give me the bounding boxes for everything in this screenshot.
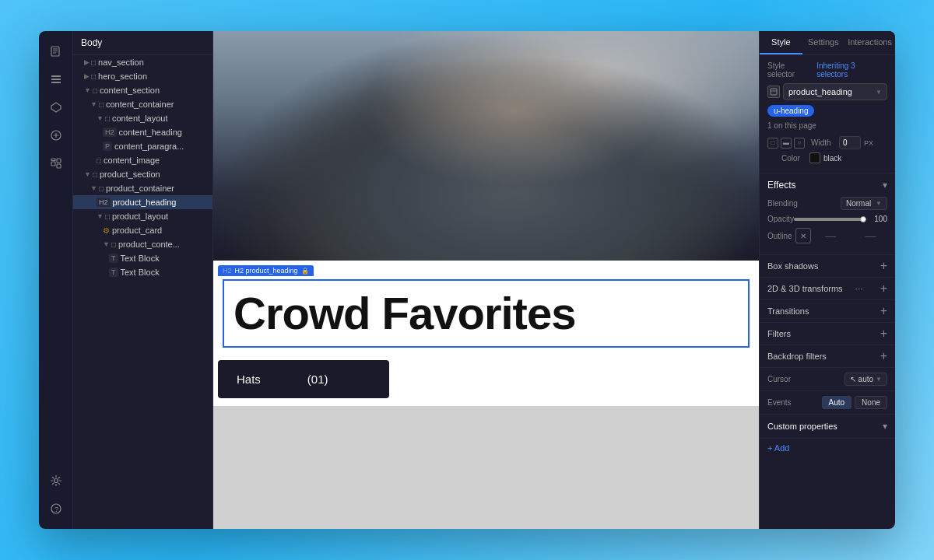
style-selector-value: product_heading	[788, 87, 852, 96]
tab-style[interactable]: Style	[760, 31, 802, 54]
transforms-row[interactable]: 2D & 3D transforms ··· +	[760, 278, 895, 300]
svg-point-15	[54, 479, 58, 483]
on-page-count: 1 on this page	[767, 121, 887, 130]
layer-item-product-heading[interactable]: H2 product_heading	[73, 195, 212, 209]
opacity-row: Opacity 100	[767, 215, 887, 223]
hats-button[interactable]: Hats (01)	[218, 360, 389, 398]
backdrop-filters-row[interactable]: Backdrop filters +	[760, 345, 895, 368]
toolbar-settings-icon[interactable]	[44, 468, 68, 493]
effects-section: Effects ▾ Blending Normal ▼ Opacity	[760, 173, 895, 255]
transitions-row[interactable]: Transitions +	[760, 300, 895, 323]
backdrop-filters-add-btn[interactable]: +	[880, 350, 887, 362]
layer-item-content-layout[interactable]: ▼ □ content_layout	[73, 111, 212, 125]
heading-element[interactable]: Crowd Favorites	[223, 279, 750, 348]
canvas-content-area: H2 H2 product_heading 🔒 Crowd Favorites …	[213, 261, 759, 406]
transforms-dots[interactable]: ···	[855, 283, 863, 294]
add-property-row[interactable]: + Add	[760, 439, 895, 457]
shape-icons-row: □ ▬ ○ Width PX	[767, 136, 887, 149]
layer-item-content-section[interactable]: ▼ □ content_section	[73, 83, 212, 97]
layer-item-product-layout[interactable]: ▼ □ product_layout	[73, 209, 212, 223]
u-heading-tag[interactable]: u-heading	[767, 105, 814, 117]
width-input[interactable]	[839, 136, 861, 149]
transitions-add-btn[interactable]: +	[880, 305, 887, 317]
svg-rect-18	[771, 89, 777, 95]
toolbar-pages-icon[interactable]	[44, 39, 68, 64]
hats-count: (01)	[307, 373, 328, 386]
color-label: Color	[781, 154, 806, 163]
layer-item-product-section[interactable]: ▼ □ product_section	[73, 167, 212, 181]
heading-text: Crowd Favorites	[234, 289, 739, 338]
color-row: □ Color black	[767, 152, 887, 163]
tab-settings[interactable]: Settings	[802, 31, 845, 54]
layer-item-product-conte[interactable]: ▼ □ product_conte...	[73, 237, 212, 251]
filters-label: Filters	[767, 329, 791, 338]
shape-circle-icon[interactable]: ○	[794, 138, 805, 149]
tab-interactions[interactable]: Interactions	[844, 31, 895, 54]
filters-add-btn[interactable]: +	[880, 327, 887, 340]
layer-panel-header: Body	[73, 31, 212, 55]
layer-item-product-card[interactable]: ⚙ product_card	[73, 223, 212, 237]
style-selector-row: product_heading ▼	[767, 83, 887, 100]
opacity-fill	[794, 218, 866, 221]
cursor-arrow: ▼	[876, 376, 882, 383]
canvas-hero-image	[213, 31, 759, 261]
custom-properties-toggle[interactable]: ▾	[883, 421, 887, 432]
box-shadows-label: Box shadows	[767, 261, 818, 271]
transforms-label: 2D & 3D transforms	[767, 284, 843, 293]
toolbar-assets-icon[interactable]	[44, 151, 68, 176]
layer-item-content-container[interactable]: ▼ □ content_container	[73, 97, 212, 111]
filters-row[interactable]: Filters +	[760, 323, 895, 345]
blending-value: Normal	[846, 199, 871, 208]
svg-text:?: ?	[54, 506, 58, 513]
toolbar-components-icon[interactable]	[44, 95, 68, 120]
shape-rect-icon[interactable]: ▬	[781, 138, 792, 149]
canvas-bg: H2 H2 product_heading 🔒 Crowd Favorites …	[213, 31, 759, 529]
cursor-dropdown[interactable]: ↖ auto ▼	[844, 373, 887, 386]
blending-dropdown[interactable]: Normal ▼	[841, 197, 887, 210]
transforms-add-btn[interactable]: +	[880, 282, 887, 295]
outline-label: Outline	[767, 232, 792, 240]
layer-item-content-image[interactable]: □ content_image	[73, 153, 212, 167]
layer-item-text-block-1[interactable]: T Text Block	[73, 251, 212, 265]
outline-dash-2: —	[854, 229, 887, 242]
events-none-btn[interactable]: None	[855, 396, 887, 409]
layer-item-content-heading[interactable]: H2 content_heading	[73, 125, 212, 139]
outline-remove-btn[interactable]: ✕	[795, 228, 811, 243]
cursor-row: Cursor ↖ auto ▼	[760, 368, 895, 391]
toolbar-help-icon[interactable]: ?	[44, 496, 68, 521]
toolbar-layers-icon[interactable]	[44, 67, 68, 92]
shape-square-icon[interactable]: □	[767, 138, 778, 149]
box-shadows-add-btn[interactable]: +	[880, 260, 887, 272]
layer-item-product-container[interactable]: ▼ □ product_container	[73, 181, 212, 195]
app-container: ? Body ▶ □ nav_section ▶ □ hero_section …	[39, 31, 895, 529]
layer-item-text-block-2[interactable]: T Text Block	[73, 265, 212, 279]
svg-rect-6	[51, 82, 61, 83]
shape-icons: □ ▬ ○	[767, 138, 805, 149]
blending-row: Blending Normal ▼	[767, 197, 887, 210]
style-selector-section: Style selector Inheriting 3 selectors pr…	[760, 55, 895, 173]
svg-rect-12	[57, 159, 61, 163]
backdrop-filters-label: Backdrop filters	[767, 352, 827, 361]
layer-item-hero-section[interactable]: ▶ □ hero_section	[73, 69, 212, 83]
toolbar-add-icon[interactable]	[44, 123, 68, 148]
box-shadows-row[interactable]: Box shadows +	[760, 255, 895, 278]
cursor-value: auto	[859, 375, 873, 383]
layer-item-content-para[interactable]: P content_paragra...	[73, 139, 212, 153]
width-unit: PX	[864, 139, 873, 147]
svg-rect-13	[57, 164, 61, 168]
cursor-label: Cursor	[767, 375, 791, 383]
add-property-label: + Add	[767, 443, 789, 453]
layer-item-nav-section[interactable]: ▶ □ nav_section	[73, 55, 212, 69]
style-selector-label: Style selector	[767, 61, 813, 79]
svg-rect-14	[51, 159, 55, 161]
color-swatch[interactable]	[809, 152, 820, 163]
events-auto-btn[interactable]: Auto	[822, 396, 852, 409]
blending-arrow: ▼	[876, 200, 882, 207]
element-label: H2 H2 product_heading 🔒	[218, 265, 314, 276]
style-selector-dropdown[interactable]: product_heading ▼	[783, 83, 887, 100]
opacity-slider[interactable]	[794, 218, 866, 221]
svg-rect-5	[51, 79, 61, 80]
right-panel: Style Settings Interactions Style select…	[759, 31, 895, 529]
custom-properties-header: Custom properties ▾	[760, 415, 895, 439]
effects-toggle[interactable]: ▾	[883, 180, 887, 191]
